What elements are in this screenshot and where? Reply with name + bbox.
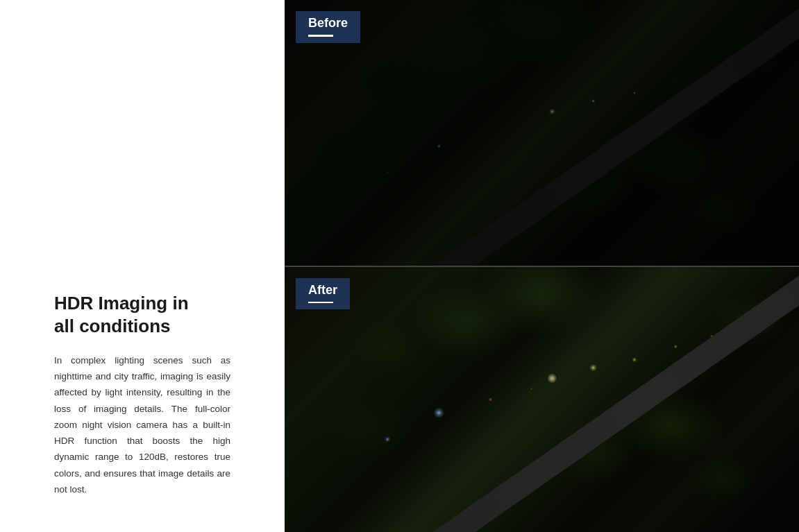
badge-underline-after (308, 302, 333, 304)
heading: HDR Imaging in all conditions (54, 292, 230, 337)
image-panel: Before After (285, 0, 799, 532)
badge-underline-before (308, 35, 333, 37)
description-text: In complex lighting scenes such as night… (54, 352, 230, 497)
after-label: After (308, 283, 337, 298)
before-image-section: Before (285, 0, 799, 266)
heading-line1: HDR Imaging in (54, 293, 189, 314)
text-panel: HDR Imaging in all conditions In complex… (0, 0, 285, 532)
overlay-before (285, 0, 799, 266)
overlay-after (285, 267, 799, 533)
after-scene (285, 267, 799, 533)
before-badge: Before (296, 11, 360, 43)
before-scene (285, 0, 799, 266)
before-label: Before (308, 16, 348, 31)
after-image-section: After (285, 266, 799, 533)
after-badge: After (296, 278, 350, 310)
heading-line2: all conditions (54, 316, 171, 336)
